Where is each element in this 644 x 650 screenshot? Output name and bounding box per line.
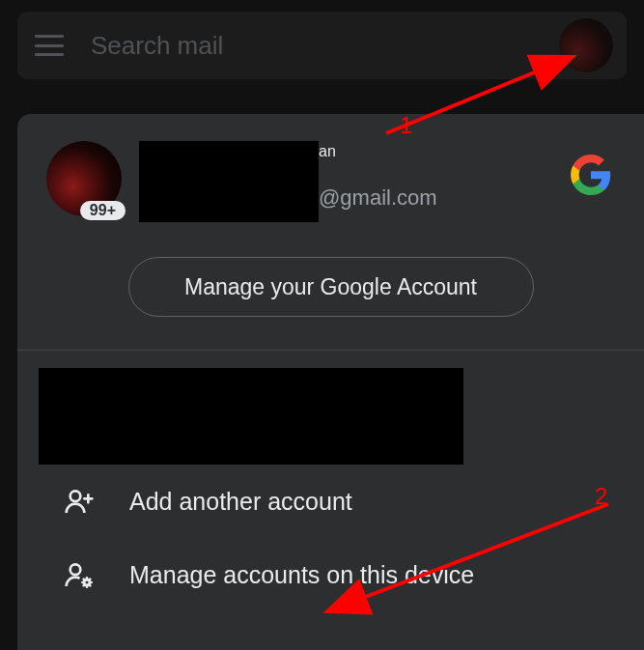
- svg-point-1: [70, 564, 81, 575]
- account-panel: 99+ an @gmail.com Manage your Google Acc…: [17, 114, 644, 650]
- unread-badge: 99+: [80, 201, 126, 220]
- person-gear-icon: [62, 559, 97, 590]
- current-account-header[interactable]: 99+ an @gmail.com: [17, 141, 644, 216]
- search-input[interactable]: Search mail: [91, 31, 559, 61]
- search-bar[interactable]: Search mail: [17, 12, 627, 79]
- svg-point-0: [70, 491, 81, 501]
- add-another-account-item[interactable]: Add another account: [17, 465, 644, 538]
- account-name: an: [319, 143, 336, 160]
- profile-avatar-small[interactable]: [559, 18, 613, 72]
- annotation-label-1: 1: [400, 112, 412, 139]
- annotation-label-2: 2: [595, 483, 607, 510]
- redaction-block: [139, 141, 319, 222]
- menu-item-label: Manage accounts on this device: [129, 561, 474, 589]
- manage-accounts-device-item[interactable]: Manage accounts on this device: [17, 538, 644, 611]
- account-email: @gmail.com: [319, 185, 437, 211]
- google-logo-icon: [569, 153, 613, 197]
- hamburger-menu-icon[interactable]: [35, 35, 64, 56]
- avatar-container: 99+: [46, 141, 122, 216]
- redaction-block: [39, 368, 463, 465]
- manage-google-account-button[interactable]: Manage your Google Account: [128, 257, 534, 317]
- menu-item-label: Add another account: [129, 488, 352, 516]
- divider: [17, 350, 644, 351]
- person-add-icon: [62, 486, 97, 517]
